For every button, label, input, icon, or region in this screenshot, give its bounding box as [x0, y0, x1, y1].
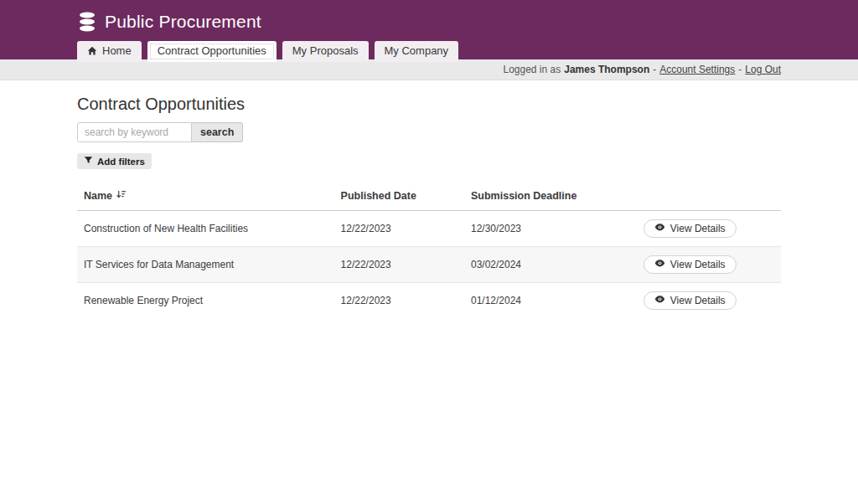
- database-icon: [77, 11, 97, 33]
- eye-icon: [654, 223, 665, 234]
- separator: -: [653, 64, 656, 75]
- opportunity-name: Construction of New Health Facilities: [77, 211, 334, 247]
- brand: Public Procurement: [77, 11, 781, 33]
- submission-deadline: 12/30/2023: [464, 211, 637, 247]
- search-bar: search: [77, 122, 781, 142]
- add-filters-label: Add filters: [97, 157, 145, 167]
- published-date: 12/22/2023: [334, 211, 464, 247]
- name-column-label: Name: [84, 190, 112, 202]
- view-details-label: View Details: [670, 295, 726, 306]
- filter-funnel-icon: [84, 156, 93, 167]
- tab-home[interactable]: Home: [77, 41, 142, 62]
- table-row: IT Services for Data Management 12/22/20…: [77, 247, 781, 283]
- tab-my-proposals[interactable]: My Proposals: [282, 41, 369, 62]
- tab-label: Home: [102, 45, 132, 57]
- opportunity-name: IT Services for Data Management: [77, 247, 334, 283]
- account-settings-link[interactable]: Account Settings: [659, 64, 735, 75]
- tab-label: My Company: [385, 45, 449, 57]
- search-button[interactable]: search: [192, 122, 243, 142]
- submission-deadline: 03/02/2024: [464, 247, 637, 283]
- logout-link[interactable]: Log Out: [745, 64, 781, 75]
- view-details-button[interactable]: View Details: [644, 219, 737, 238]
- tab-my-company[interactable]: My Company: [375, 41, 459, 62]
- username: James Thompson: [564, 64, 649, 75]
- published-date: 12/22/2023: [334, 247, 464, 283]
- tab-label: My Proposals: [292, 45, 359, 57]
- main-content: Contract Opportunities search Add filter…: [77, 80, 781, 318]
- eye-icon: [654, 295, 665, 306]
- eye-icon: [654, 259, 665, 270]
- table-header-row: Name Published Date Sub: [77, 182, 781, 211]
- submission-deadline: 01/12/2024: [464, 283, 637, 319]
- table-row: Construction of New Health Facilities 12…: [77, 211, 781, 247]
- filters-row: Add filters: [77, 153, 781, 169]
- sort-amount-icon: [116, 189, 127, 203]
- page-title: Contract Opportunities: [77, 95, 781, 114]
- view-details-button[interactable]: View Details: [644, 255, 737, 274]
- tab-label: Contract Opportunities: [158, 45, 266, 57]
- app-title: Public Procurement: [105, 12, 261, 32]
- column-header-published: Published Date: [334, 182, 464, 211]
- tab-contract-opportunities[interactable]: Contract Opportunities: [147, 41, 277, 62]
- column-header-actions: [637, 182, 781, 211]
- view-details-label: View Details: [670, 259, 726, 270]
- view-details-label: View Details: [670, 223, 726, 234]
- home-icon: [87, 46, 97, 56]
- search-input[interactable]: [77, 122, 192, 142]
- table-row: Renewable Energy Project 12/22/2023 01/1…: [77, 283, 781, 319]
- view-details-button[interactable]: View Details: [644, 291, 737, 310]
- published-date: 12/22/2023: [334, 283, 464, 319]
- column-header-deadline: Submission Deadline: [464, 182, 637, 211]
- opportunity-name: Renewable Energy Project: [77, 283, 334, 319]
- main-nav: Home Contract Opportunities My Proposals…: [77, 41, 781, 62]
- logged-in-label: Logged in as: [503, 64, 561, 75]
- separator: -: [738, 64, 742, 75]
- user-bar: Logged in as James Thompson - Account Se…: [0, 59, 858, 80]
- column-header-name[interactable]: Name: [84, 189, 127, 203]
- app-header: Public Procurement Home Contract Opportu…: [0, 0, 858, 62]
- add-filters-button[interactable]: Add filters: [77, 153, 152, 169]
- opportunities-table: Name Published Date Sub: [77, 182, 781, 318]
